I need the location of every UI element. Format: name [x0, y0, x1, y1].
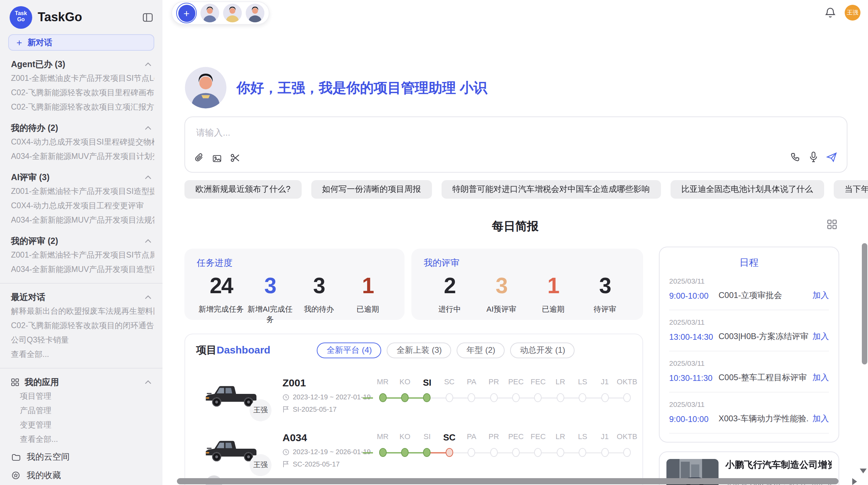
sidebar-item[interactable]: Z001-全新燃油轻卡产品开发项目SI造型提交物评审 [8, 184, 154, 199]
scissors-icon[interactable] [230, 153, 240, 165]
sidebar-item[interactable]: C02-飞腾新能源轻客改款项目的闭环通告反馈情况 [8, 319, 154, 333]
dashboard-tab[interactable]: 动总开发 (1) [510, 343, 575, 358]
sidebar-item[interactable]: 查看全部... [8, 432, 154, 447]
join-link[interactable]: 加入 [812, 413, 829, 425]
section-title: AI评审 (3) [11, 172, 50, 183]
sidebar-section-header[interactable]: 最近对话 [8, 290, 154, 304]
suggestion-chip[interactable]: 当下年轻人对汽车外观有怎样的喜好趋势 [833, 180, 868, 199]
schedule-name: C001-立项审批会 [719, 290, 808, 301]
sidebar-item[interactable]: A034-全新新能源MUV产品开发项目造型可行性评审 [8, 262, 154, 277]
chevron-up-icon[interactable] [145, 239, 152, 243]
sidebar-item[interactable]: Z001-全新燃油轻卡产品开发项目SI节点属性5D文件评审 [8, 248, 154, 262]
add-assistant-button[interactable]: + [176, 3, 197, 23]
horizontal-scrollbar[interactable] [177, 478, 839, 484]
scroll-right-arrow[interactable] [852, 478, 857, 485]
sidebar-section-header[interactable]: Agent已办 (3) [8, 58, 154, 71]
phone-icon[interactable] [791, 152, 801, 165]
sidebar-section-header[interactable]: 我的评审 (2) [8, 234, 154, 248]
project-flag-milestone: SI-2025-05-17 [282, 406, 372, 413]
daily-briefing-title: 每日简报 [162, 219, 868, 234]
divider [0, 283, 162, 284]
stat: 1 已逾期 [343, 273, 393, 325]
chevron-up-icon[interactable] [145, 62, 152, 66]
dashboard-title-cn: 项目 [196, 344, 217, 356]
sidebar-item[interactable]: 查看全部... [8, 347, 154, 362]
briefing-stats: 任务进度 24 新增完成任务 3 新增AI完成任务 3 我的待办 1 已逾期 我… [184, 249, 643, 320]
project-row[interactable]: 王强 Z001 2023-12-19 ~ 2027-01-19 SI-2025-… [196, 376, 637, 413]
stat-value: 3 [246, 273, 295, 299]
greeting-text: 你好，王强，我是你的项目管理助理 小识 [237, 78, 487, 97]
stat: 3 新增AI完成任务 [246, 273, 295, 325]
sidebar-item[interactable]: 公司Q3轻卡销量 [8, 333, 154, 347]
sidebar-header: Task Go TaskGo [8, 4, 154, 30]
sidebar-item[interactable]: C0X4-动力总成开发项目SI里程碑提交物检查 [8, 135, 154, 149]
section-title: Agent已办 (3) [11, 59, 65, 70]
schedule-date: 2025/03/11 [669, 400, 829, 408]
sidebar-item[interactable]: C02-飞腾新能源轻客改款项目里程碑画布 [8, 86, 154, 100]
sidebar-item[interactable]: 项目管理 [8, 389, 154, 403]
sidebar-section-header[interactable]: 我的应用 [8, 375, 154, 389]
suggestion-chip[interactable]: 欧洲新规最近颁布了什么? [184, 180, 301, 199]
sidebar-item-medal[interactable]: 我的收藏 [8, 467, 154, 484]
send-icon[interactable] [826, 152, 837, 165]
image-icon[interactable] [213, 153, 221, 165]
dashboard-tab[interactable]: 全新平台 (4) [317, 343, 382, 358]
collapse-sidebar-icon[interactable] [143, 13, 153, 22]
briefing-layout-icon[interactable] [827, 219, 837, 229]
join-link[interactable]: 加入 [812, 372, 829, 384]
milestone-label: KO [394, 377, 416, 388]
new-chat-button[interactable]: + 新对话 [8, 34, 154, 51]
join-link[interactable]: 加入 [812, 290, 829, 301]
schedule-date: 2025/03/11 [669, 318, 829, 326]
notification-bell-icon[interactable] [825, 7, 836, 18]
chevron-up-icon[interactable] [145, 380, 152, 384]
project-row[interactable]: 王强 A034 2023-12-19 ~ 2026-01-19 SC-2025-… [196, 431, 637, 468]
sidebar-item[interactable]: C02-飞腾新能源轻客改款项目立项汇报方案 [8, 100, 154, 114]
join-link[interactable]: 加入 [812, 331, 829, 343]
assistant-avatar[interactable] [200, 3, 219, 23]
suggestion-chip[interactable]: 如何写一份清晰的项目周报 [311, 180, 432, 199]
project-dates: 2023-12-19 ~ 2027-01-19 [282, 393, 372, 401]
suggestion-chip[interactable]: 比亚迪全固态电池计划具体说了什么 [670, 180, 824, 199]
sidebar-item[interactable]: 解释最新出台的欧盟报废车法规再生塑料比例被调至15%... [8, 304, 154, 319]
sidebar-item[interactable]: Z001-全新燃油皮卡产品开发项目SI节点Lesson Learn报告 [8, 71, 154, 86]
chat-input-card[interactable]: 请输入... [184, 116, 847, 173]
milestone-node [446, 393, 453, 402]
paperclip-icon[interactable] [195, 153, 204, 165]
view-all-schedule-link[interactable]: 查看所有日程 [669, 434, 829, 443]
sidebar-item[interactable]: 变更管理 [8, 418, 154, 432]
milestone-node [534, 448, 542, 457]
sidebar-item[interactable]: C0X4-动力总成开发项目工程变更评审 [8, 199, 154, 213]
stat: 24 新增完成任务 [197, 273, 246, 325]
mic-icon[interactable] [809, 151, 818, 165]
schedule-item: 2025/03/11 9:00-10:00 C001-立项审批会 加入 [669, 269, 829, 310]
project-dates: 2023-12-19 ~ 2026-01-19 [282, 448, 372, 456]
section-title: 最近对话 [11, 291, 45, 303]
sidebar: Task Go TaskGo + 新对话 Agent已办 (3)Z001-全新燃… [0, 0, 162, 485]
folder-icon [11, 453, 21, 461]
milestone-timeline: MRKOSISCPAPRPECFECLRLSJ1OKTB [372, 431, 638, 468]
assistant-avatar[interactable] [223, 3, 242, 23]
sidebar-item[interactable]: 产品管理 [8, 403, 154, 418]
chevron-up-icon[interactable] [145, 295, 152, 299]
chevron-up-icon[interactable] [145, 175, 152, 179]
dashboard-tab[interactable]: 全新上装 (3) [387, 343, 451, 358]
milestone-label: PEC [505, 377, 527, 388]
milestone-node [512, 448, 520, 457]
sidebar-section-header[interactable]: 我的待办 (2) [8, 121, 154, 135]
dashboard-tab[interactable]: 年型 (2) [457, 343, 505, 358]
sidebar-item[interactable]: A034-全新新能源MUV产品开发项目计划变更表编写 [8, 149, 154, 164]
milestone-node [379, 448, 386, 457]
vertical-scrollbar[interactable] [862, 243, 867, 364]
milestone-label: KO [394, 432, 416, 443]
chevron-up-icon[interactable] [145, 126, 152, 130]
milestone-label: SC [438, 432, 460, 443]
suggestion-chip[interactable]: 特朗普可能对进口汽车增税会对中国车企造成哪些影响 [441, 180, 661, 199]
assistant-avatar[interactable] [245, 3, 265, 23]
sidebar-item-folder[interactable]: 我的云空间 [8, 449, 154, 465]
user-avatar[interactable]: 王强 [845, 5, 860, 21]
scroll-down-arrow[interactable] [860, 469, 867, 473]
sidebar-item[interactable]: A034-全新新能源MUV产品开发项目法规符合性评审 [8, 213, 154, 227]
sidebar-section-header[interactable]: AI评审 (3) [8, 171, 154, 184]
milestone-label: PA [460, 432, 483, 443]
